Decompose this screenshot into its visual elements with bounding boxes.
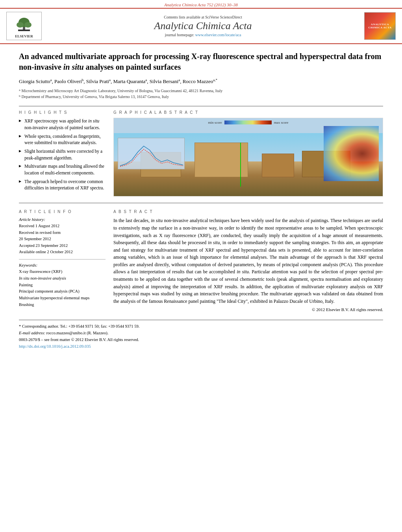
- elsevier-logo: ELSEVIER: [6, 12, 42, 40]
- highlights-ga-section: H I G H L I G H T S XRF spectroscopy was…: [19, 110, 383, 196]
- score-bar: min score max score: [208, 120, 289, 124]
- journal-homepage: journal homepage: www.elsevier.com/locat…: [46, 33, 360, 37]
- highlight-item-3: Slight horizontal shifts were corrected …: [19, 148, 106, 161]
- highlights-section: H I G H L I G H T S XRF spectroscopy was…: [19, 110, 106, 196]
- authors: Giorgia Sciuttoa, Paolo Oliverib, Silvia…: [19, 78, 383, 85]
- journal-header: ELSEVIER Contents lists available at Sci…: [0, 8, 402, 44]
- journal-logo-right: ANALYTICA CHIMICA ACTA: [364, 12, 396, 40]
- building-right1: [262, 154, 294, 178]
- article-title: An advanced multivariate approach for pr…: [19, 51, 383, 72]
- affiliations: ᵃ Microchemistry and Microscopy Art Diag…: [19, 88, 383, 100]
- highlight-item-4: Multivariate maps and brushing allowed t…: [19, 163, 106, 176]
- affiliation-b: ᵇ Department of Pharmacy, University of …: [19, 94, 383, 100]
- svg-point-3: [24, 22, 31, 28]
- footnotes: * Corresponding author. Tel.: +39 0544 9…: [19, 320, 383, 350]
- copyright: © 2012 Elsevier B.V. All rights reserved…: [113, 307, 383, 312]
- keyword-6: Brushing: [19, 302, 106, 308]
- abstract-section: A B S T R A C T In the last decades, in …: [113, 209, 383, 312]
- spectrum-overlay: [118, 138, 185, 169]
- elsevier-label: ELSEVIER: [15, 34, 33, 38]
- email-label: E-mail address:: [19, 331, 45, 335]
- journal-reference: Analytica Chimica Acta 752 (2012) 30–38: [0, 0, 402, 8]
- contents-text: Contents lists available at SciVerse Sci…: [164, 15, 242, 19]
- article-history: Article history: Received 1 August 2012 …: [19, 217, 106, 255]
- vertical-line: [240, 143, 241, 187]
- divider-1: [19, 106, 383, 106]
- keyword-4: Principal component analysis (PCA): [19, 288, 106, 295]
- article-info-heading: A R T I C L E I N F O: [19, 209, 106, 214]
- svg-rect-4: [18, 30, 30, 31]
- divider-2: [19, 203, 383, 203]
- homepage-link[interactable]: www.elsevier.com/locate/aca: [195, 33, 241, 37]
- max-score-label: max score: [274, 120, 289, 124]
- svg-point-2: [17, 22, 24, 28]
- graphical-abstract-heading: G R A P H I C A L A B S T R A C T: [113, 110, 383, 115]
- accepted-date: Accepted 23 September 2012: [19, 243, 106, 249]
- highlight-item-2: Whole spectra, considered as fingerprint…: [19, 133, 106, 146]
- journal-logo-text: ANALYTICA CHIMICA ACTA: [366, 23, 394, 29]
- spectrum-chart: [118, 138, 185, 170]
- min-score-label: min score: [208, 120, 222, 124]
- info-divider: [19, 259, 106, 260]
- colorbar: [224, 120, 272, 124]
- article-info-section: A R T I C L E I N F O Article history: R…: [19, 209, 106, 312]
- elsevier-tree-icon: [10, 14, 38, 33]
- keyword-2: In situ non-invasive analysis: [19, 275, 106, 282]
- received-date: Received 1 August 2012: [19, 223, 106, 229]
- keyword-3: Painting: [19, 282, 106, 288]
- graphical-abstract-image: min score max score: [113, 118, 383, 196]
- abstract-text: In the last decades, in situ non-invasiv…: [113, 217, 383, 305]
- corresponding-author: * Corresponding author. Tel.: +39 0544 9…: [19, 323, 383, 330]
- email-line: E-mail address: rocco.mazzeo@unibo.it (R…: [19, 330, 383, 337]
- heatmap-overlay: [324, 126, 379, 181]
- keywords-section: Keywords: X-ray fluorescence (XRF) In si…: [19, 263, 106, 308]
- keywords-heading: Keywords:: [19, 263, 106, 267]
- info-abstract-section: A R T I C L E I N F O Article history: R…: [19, 209, 383, 312]
- email-value: rocco.mazzeo@unibo.it (R. Mazzeo).: [46, 331, 109, 335]
- highlight-item-5: The approach helped to overcome common d…: [19, 178, 106, 191]
- doi-link[interactable]: http://dx.doi.org/10.1016/j.aca.2012.09.…: [19, 344, 91, 348]
- contents-available: Contents lists available at SciVerse Sci…: [46, 15, 360, 19]
- highlight-item-1: XRF spectroscopy was applied for in situ…: [19, 118, 106, 131]
- journal-center: Contents lists available at SciVerse Sci…: [46, 15, 360, 37]
- keyword-5: Multivariate hyperspectral elemental map…: [19, 295, 106, 301]
- keyword-1: X-ray fluorescence (XRF): [19, 269, 106, 275]
- highlights-list: XRF spectroscopy was applied for in situ…: [19, 118, 106, 191]
- highlights-heading: H I G H L I G H T S: [19, 110, 106, 115]
- history-heading: Article history:: [19, 217, 106, 222]
- journal-title: Analytica Chimica Acta: [46, 20, 360, 32]
- abstract-heading: A B S T R A C T: [113, 209, 383, 214]
- graphical-abstract-section: G R A P H I C A L A B S T R A C T min sc…: [113, 110, 383, 196]
- received-revised: Received in revised form20 September 201…: [19, 230, 106, 242]
- issn-line: 0003-2670/$ – see front matter © 2012 El…: [19, 337, 383, 343]
- main-content: An advanced multivariate approach for pr…: [0, 44, 402, 357]
- available-date: Available online 2 October 2012: [19, 249, 106, 255]
- affiliation-a: ᵃ Microchemistry and Microscopy Art Diag…: [19, 88, 383, 94]
- homepage-label: journal homepage:: [165, 33, 195, 37]
